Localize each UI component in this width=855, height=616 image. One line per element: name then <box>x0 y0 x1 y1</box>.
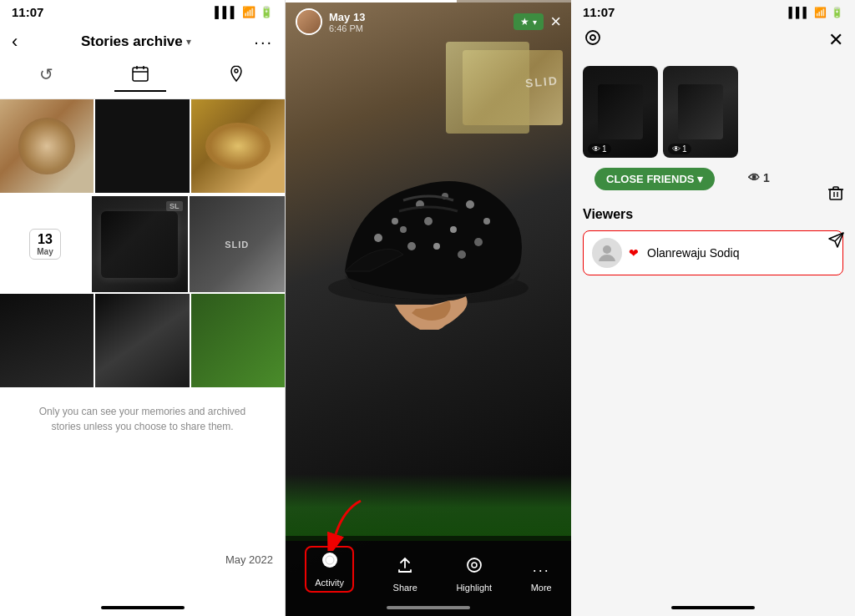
svg-rect-28 <box>830 189 842 199</box>
photo-cell-shoe[interactable]: SL <box>92 196 188 292</box>
tabs-row: ↺ <box>0 58 285 99</box>
viewer-name: Olanrewaju Sodiq <box>647 246 740 260</box>
more-icon: ··· <box>533 562 550 579</box>
cf-views-row: CLOSE FRIENDS ▾ 👁 1 <box>571 164 855 204</box>
date-box: 13 May <box>29 229 60 260</box>
location-tab[interactable] <box>210 61 262 92</box>
photo-cell-food[interactable] <box>0 99 94 193</box>
highlight-icon <box>465 556 483 579</box>
story-time: 6:46 PM <box>329 23 514 33</box>
green-surface <box>286 474 571 541</box>
viewer-avatar <box>592 238 622 268</box>
time-1: 11:07 <box>12 5 43 19</box>
eye-icon-thumb1: 👁 <box>592 144 600 154</box>
story-image-area: SLID <box>286 0 571 616</box>
story-star-button[interactable]: ★ ▾ <box>514 13 544 30</box>
svg-point-12 <box>474 238 483 246</box>
delete-icon[interactable] <box>827 184 845 207</box>
eye-icon-main: 👁 <box>748 171 760 184</box>
battery-icon-3: 🔋 <box>831 7 843 18</box>
viewer-item[interactable]: ❤ Olanrewaju Sodiq <box>583 230 843 275</box>
story-avatar <box>296 8 322 35</box>
thumb-views-1: 👁 1 <box>588 144 611 154</box>
svg-point-6 <box>374 234 382 242</box>
svg-point-18 <box>433 243 440 250</box>
send-icon[interactable] <box>827 230 845 254</box>
views-count-thumb1: 1 <box>602 144 607 154</box>
date-month: May <box>37 247 53 257</box>
activity-label: Activity <box>315 578 344 588</box>
panel-story-view: SLID May 13 6:46 PM ★ ▾ × <box>286 0 571 616</box>
story-bottom-bar: Activity Share Highlight <box>286 536 571 616</box>
refresh-tab[interactable]: ↺ <box>23 61 70 92</box>
photo-row-dated: 13 May SL SLID <box>0 196 285 292</box>
more-button[interactable]: ··· <box>254 33 273 52</box>
story-user-info: May 13 6:46 PM <box>329 11 514 33</box>
panel3-close-button[interactable]: ✕ <box>828 29 843 51</box>
wifi-icon: 📶 <box>242 6 255 18</box>
story-thumbnails-row: 👁 1 👁 1 <box>571 59 855 164</box>
battery-icon: 🔋 <box>260 6 273 18</box>
star-icon: ★ <box>520 16 529 28</box>
svg-rect-0 <box>133 68 148 81</box>
story-actions-row: Activity Share Highlight <box>286 546 571 593</box>
svg-point-11 <box>483 218 490 225</box>
close-friends-button[interactable]: CLOSE FRIENDS ▾ <box>594 168 715 190</box>
shoe-svg <box>311 121 545 330</box>
signal-icon: ▌▌▌ <box>215 6 238 18</box>
highlight-label: Highlight <box>456 583 492 593</box>
photo-grid-row1 <box>0 99 285 194</box>
photo-grid-row3 <box>0 294 285 387</box>
settings-icon[interactable] <box>583 28 603 53</box>
svg-point-26 <box>590 35 595 40</box>
page-title: Stories archive <box>81 33 183 50</box>
photo-cell-black[interactable] <box>95 99 189 193</box>
story-close-button[interactable]: × <box>550 11 561 33</box>
svg-point-27 <box>603 245 611 254</box>
eye-icon-thumb2: 👁 <box>672 144 680 154</box>
views-number: 1 <box>763 171 770 184</box>
share-action[interactable]: Share <box>393 556 417 593</box>
signal-icon-3: ▌▌▌ <box>788 7 810 18</box>
views-count-thumb2: 1 <box>682 144 687 154</box>
share-label: Share <box>393 583 417 593</box>
photo-cell-shoe2[interactable] <box>0 294 94 387</box>
panel-stories-archive: 11:07 ▌▌▌ 📶 🔋 ‹ Stories archive ▾ ··· ↺ <box>0 0 286 616</box>
photo-cell-green[interactable] <box>191 294 285 387</box>
photo-grid-row2: SL SLID <box>92 196 285 292</box>
wifi-icon-3: 📶 <box>814 7 827 18</box>
title-area: Stories archive ▾ <box>81 33 191 50</box>
status-icons-1: ▌▌▌ 📶 🔋 <box>215 6 273 18</box>
thumbnail-2[interactable]: 👁 1 <box>663 66 738 158</box>
chevron-down-icon: ▾ <box>186 36 191 48</box>
viewers-title: Viewers <box>583 207 843 222</box>
share-icon <box>396 556 414 579</box>
photo-cell-text[interactable]: SLID <box>190 196 286 292</box>
thumb-views-2: 👁 1 <box>668 144 691 154</box>
right-action-icons <box>827 184 845 254</box>
info-text: Only you can see your memories and archi… <box>0 387 285 451</box>
status-bar-1: 11:07 ▌▌▌ 📶 🔋 <box>0 0 285 24</box>
date-side: 13 May <box>0 196 90 292</box>
photo-cell-shoe3[interactable] <box>95 294 189 387</box>
back-button[interactable]: ‹ <box>12 31 18 53</box>
svg-point-4 <box>235 69 238 73</box>
highlight-action[interactable]: Highlight <box>456 556 492 593</box>
views-count-display: 👁 1 <box>748 171 770 184</box>
more-action[interactable]: ··· More <box>531 562 552 593</box>
activity-action[interactable]: Activity <box>305 546 354 593</box>
home-indicator-center <box>387 606 470 609</box>
home-indicator-right <box>671 606 755 609</box>
svg-point-14 <box>424 217 433 225</box>
svg-point-25 <box>586 31 600 44</box>
viewers-panel-header: ✕ <box>571 24 855 59</box>
svg-point-24 <box>472 563 477 568</box>
panel-viewers: 11:07 ▌▌▌ 📶 🔋 ✕ 👁 1 <box>571 0 855 616</box>
calendar-tab[interactable] <box>114 61 166 92</box>
photo-cell-bowl[interactable] <box>191 99 285 193</box>
viewers-section: Viewers ❤ Olanrewaju Sodiq <box>571 204 855 275</box>
status-bar-3: 11:07 ▌▌▌ 📶 🔋 <box>571 0 855 24</box>
story-date: May 13 <box>329 11 514 23</box>
svg-point-13 <box>450 226 457 233</box>
thumbnail-1[interactable]: 👁 1 <box>583 66 658 158</box>
